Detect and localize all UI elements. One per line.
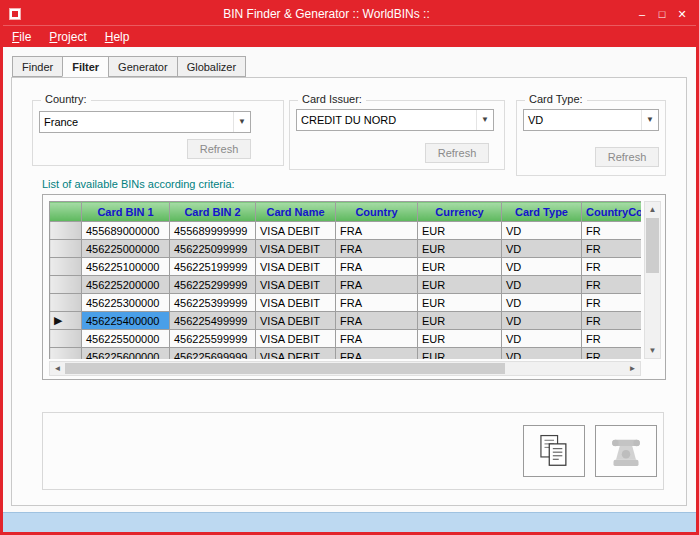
card-type-combobox[interactable]: VD ▼	[523, 109, 659, 131]
menu-help[interactable]: Help	[96, 28, 139, 46]
tab-generator[interactable]: Generator	[108, 56, 177, 77]
grid-cell[interactable]: EUR	[418, 312, 502, 330]
country-combobox[interactable]: France ▼	[39, 111, 251, 133]
grid-cell[interactable]: EUR	[418, 240, 502, 258]
grid-cell[interactable]: 456225400000	[82, 312, 170, 330]
grid-column-header[interactable]: CountryCod	[582, 202, 642, 222]
grid-corner-cell[interactable]	[50, 202, 82, 222]
menu-project[interactable]: Project	[40, 28, 95, 46]
grid-cell[interactable]: 456225099999	[170, 240, 256, 258]
grid-cell[interactable]: 456225399999	[170, 294, 256, 312]
grid-cell[interactable]: 455689000000	[82, 222, 170, 240]
minimize-button[interactable]: –	[632, 5, 652, 23]
grid-cell[interactable]: VISA DEBIT	[256, 294, 336, 312]
grid-column-header[interactable]: Card Name	[256, 202, 336, 222]
grid-cell[interactable]: FR	[582, 312, 642, 330]
grid-cell[interactable]: EUR	[418, 330, 502, 348]
grid-column-header[interactable]: Country	[336, 202, 418, 222]
grid-cell[interactable]: VD	[502, 276, 582, 294]
grid-cell[interactable]: 456225599999	[170, 330, 256, 348]
grid-cell[interactable]: 456225100000	[82, 258, 170, 276]
scroll-right-icon[interactable]: ►	[625, 362, 640, 375]
grid-cell[interactable]: VD	[502, 312, 582, 330]
grid-cell[interactable]: 456225499999	[170, 312, 256, 330]
grid-cell[interactable]: VD	[502, 348, 582, 360]
row-selector[interactable]	[50, 240, 82, 258]
grid-cell[interactable]: EUR	[418, 348, 502, 360]
menu-file[interactable]: File	[3, 28, 40, 46]
scroll-left-icon[interactable]: ◄	[50, 362, 65, 375]
copy-pages-icon	[535, 432, 573, 470]
grid-cell[interactable]: 456225299999	[170, 276, 256, 294]
grid-cell[interactable]: VISA DEBIT	[256, 258, 336, 276]
grid-cell[interactable]: VD	[502, 258, 582, 276]
vertical-scroll-thumb[interactable]	[646, 218, 659, 273]
scroll-up-icon[interactable]: ▲	[645, 202, 660, 217]
grid-cell[interactable]: FR	[582, 294, 642, 312]
grid-column-header[interactable]: Card Type	[502, 202, 582, 222]
grid-column-header[interactable]: Card BIN 2	[170, 202, 256, 222]
card-issuer-refresh-button[interactable]: Refresh	[425, 143, 489, 163]
grid-cell[interactable]: VISA DEBIT	[256, 276, 336, 294]
status-bar: Record was selected. | App.Mode: Full | …	[3, 512, 696, 532]
grid-cell[interactable]: VISA DEBIT	[256, 330, 336, 348]
grid-cell[interactable]: FRA	[336, 348, 418, 360]
grid-cell[interactable]: 456225200000	[82, 276, 170, 294]
row-selector[interactable]	[50, 330, 82, 348]
grid-cell[interactable]: VISA DEBIT	[256, 240, 336, 258]
grid-cell[interactable]: FRA	[336, 240, 418, 258]
grid-cell[interactable]: 456225000000	[82, 240, 170, 258]
grid-cell[interactable]: EUR	[418, 294, 502, 312]
vertical-scrollbar[interactable]: ▲ ▼	[644, 201, 661, 359]
grid-cell[interactable]: FRA	[336, 276, 418, 294]
grid-cell[interactable]: 456225699999	[170, 348, 256, 360]
row-selector[interactable]	[50, 348, 82, 360]
dial-button[interactable]	[595, 425, 657, 477]
row-selector[interactable]	[50, 258, 82, 276]
maximize-button[interactable]: □	[652, 5, 672, 23]
grid-cell[interactable]: FRA	[336, 312, 418, 330]
grid-cell[interactable]: 456225500000	[82, 330, 170, 348]
country-refresh-button[interactable]: Refresh	[187, 139, 251, 159]
grid-cell[interactable]: VISA DEBIT	[256, 312, 336, 330]
grid-cell[interactable]: EUR	[418, 258, 502, 276]
grid-cell[interactable]: FR	[582, 348, 642, 360]
grid-cell[interactable]: FR	[582, 276, 642, 294]
grid-cell[interactable]: 455689999999	[170, 222, 256, 240]
copy-bins-button[interactable]	[523, 425, 585, 477]
tab-finder[interactable]: Finder	[12, 56, 62, 77]
row-selector[interactable]	[50, 294, 82, 312]
grid-cell[interactable]: 456225199999	[170, 258, 256, 276]
scroll-down-icon[interactable]: ▼	[645, 343, 660, 358]
grid-cell[interactable]: FR	[582, 222, 642, 240]
tab-filter[interactable]: Filter	[62, 56, 108, 77]
tab-globalizer[interactable]: Globalizer	[177, 56, 247, 77]
grid-cell[interactable]: EUR	[418, 276, 502, 294]
grid-cell[interactable]: FR	[582, 330, 642, 348]
grid-cell[interactable]: FRA	[336, 222, 418, 240]
row-selector[interactable]	[50, 276, 82, 294]
grid-cell[interactable]: VISA DEBIT	[256, 348, 336, 360]
horizontal-scroll-thumb[interactable]	[65, 363, 505, 374]
grid-cell[interactable]: FR	[582, 240, 642, 258]
grid-cell[interactable]: VD	[502, 222, 582, 240]
grid-cell[interactable]: FRA	[336, 330, 418, 348]
grid-cell[interactable]: VD	[502, 240, 582, 258]
grid-cell[interactable]: FRA	[336, 294, 418, 312]
close-button[interactable]: ✕	[672, 5, 692, 23]
grid-cell[interactable]: EUR	[418, 222, 502, 240]
grid-cell[interactable]: 456225600000	[82, 348, 170, 360]
grid-column-header[interactable]: Card BIN 1	[82, 202, 170, 222]
card-type-refresh-button[interactable]: Refresh	[595, 147, 659, 167]
grid-cell[interactable]: FR	[582, 258, 642, 276]
grid-cell[interactable]: VISA DEBIT	[256, 222, 336, 240]
horizontal-scrollbar[interactable]: ◄ ►	[49, 361, 641, 376]
row-selector[interactable]	[50, 222, 82, 240]
grid-cell[interactable]: FRA	[336, 258, 418, 276]
grid-column-header[interactable]: Currency	[418, 202, 502, 222]
grid-cell[interactable]: VD	[502, 330, 582, 348]
grid-cell[interactable]: VD	[502, 294, 582, 312]
grid-cell[interactable]: 456225300000	[82, 294, 170, 312]
card-issuer-combobox[interactable]: CREDIT DU NORD ▼	[296, 109, 494, 131]
row-selector[interactable]: ▶	[50, 312, 82, 330]
